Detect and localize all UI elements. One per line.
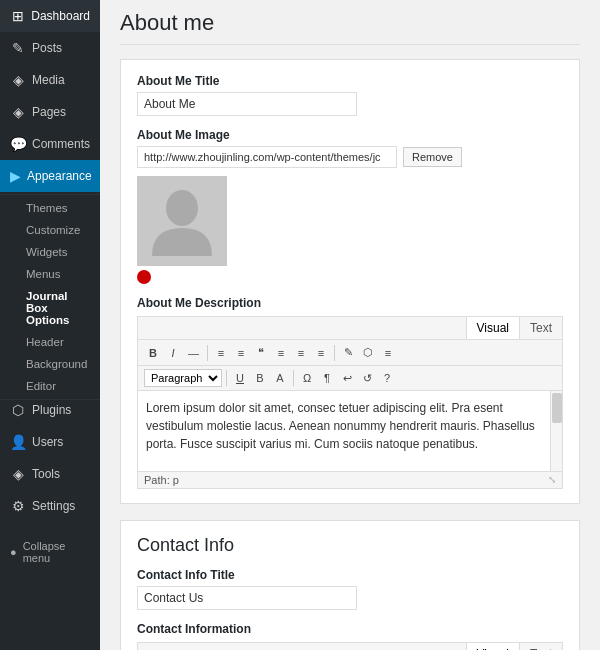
sidebar-label-posts: Posts (32, 41, 62, 55)
sidebar-label-appearance: Appearance (27, 169, 92, 183)
redo-btn[interactable]: ↺ (358, 370, 376, 387)
collapse-menu-item[interactable]: ● Collapse menu (0, 532, 100, 572)
sidebar-sub-themes[interactable]: Themes (0, 197, 100, 219)
about-content-text: Lorem ipsum dolor sit amet, consec tetue… (146, 399, 554, 453)
sidebar: ⊞ Dashboard ✎ Posts ◈ Media ◈ Pages 💬 Co… (0, 0, 100, 650)
about-image-label: About Me Image (137, 128, 563, 142)
unlink-btn[interactable]: ⬡ (359, 344, 377, 361)
bold-btn[interactable]: B (144, 345, 162, 361)
sidebar-sub-editor[interactable]: Editor (0, 375, 100, 397)
plugins-icon: ⬡ (10, 402, 26, 418)
sidebar-label-dashboard: Dashboard (31, 9, 90, 23)
tools-icon: ◈ (10, 466, 26, 482)
about-scrollbar-thumb (552, 393, 562, 423)
sidebar-sub-background[interactable]: Background (0, 353, 100, 375)
about-toolbar-row1: B I — ≡ ≡ ❝ ≡ ≡ ≡ ✎ ⬡ ≡ (138, 340, 562, 366)
sidebar-label-users: Users (32, 435, 63, 449)
avatar-silhouette (152, 186, 212, 256)
about-resize-handle[interactable]: ⤡ (548, 474, 556, 486)
media-icon: ◈ (10, 72, 26, 88)
ul-btn[interactable]: ≡ (212, 345, 230, 361)
contact-section: Contact Info Contact Info Title Contact … (120, 520, 580, 650)
contact-info-label: Contact Information (137, 622, 563, 636)
sidebar-label-settings: Settings (32, 499, 75, 513)
pages-icon: ◈ (10, 104, 26, 120)
sidebar-item-comments[interactable]: 💬 Comments (0, 128, 100, 160)
posts-icon: ✎ (10, 40, 26, 56)
main-content: About me About Me Title About Me Image R… (100, 0, 600, 650)
contact-title-input[interactable] (137, 586, 357, 610)
about-image-preview (137, 176, 227, 266)
settings-icon: ⚙ (10, 498, 26, 514)
italic-btn[interactable]: I (164, 345, 182, 361)
ol-btn[interactable]: ≡ (232, 345, 250, 361)
sidebar-item-pages[interactable]: ◈ Pages (0, 96, 100, 128)
about-editor-path: Path: p ⤡ (138, 471, 562, 488)
about-editor-content[interactable]: Lorem ipsum dolor sit amet, consec tetue… (138, 391, 562, 471)
help-btn[interactable]: ? (378, 370, 396, 386)
contact-title-label: Contact Info Title (137, 568, 563, 582)
about-title-label: About Me Title (137, 74, 563, 88)
strikethrough-btn[interactable]: — (184, 345, 203, 361)
sidebar-item-users[interactable]: 👤 Users (0, 426, 100, 458)
about-image-url-input[interactable] (137, 146, 397, 168)
link-btn[interactable]: ✎ (339, 344, 357, 361)
about-path-text: Path: p (144, 474, 179, 486)
sep1 (207, 345, 208, 361)
contact-text-tab[interactable]: Text (519, 643, 562, 650)
align-right-btn[interactable]: ≡ (312, 345, 330, 361)
about-visual-tab[interactable]: Visual (466, 317, 519, 339)
sidebar-item-dashboard[interactable]: ⊞ Dashboard (0, 0, 100, 32)
sidebar-item-tools[interactable]: ◈ Tools (0, 458, 100, 490)
sidebar-item-appearance[interactable]: ▶ Appearance (0, 160, 100, 192)
sidebar-item-plugins[interactable]: ⬡ Plugins (0, 399, 100, 426)
page-title: About me (120, 10, 580, 45)
about-toolbar-row2: Paragraph U B A Ω ¶ ↩ ↺ ? (138, 366, 562, 391)
about-desc-editor: Visual Text B I — ≡ ≡ ❝ ≡ ≡ ≡ (137, 316, 563, 489)
paragraph-btn[interactable]: ¶ (318, 370, 336, 386)
about-editor-tabs: Visual Text (138, 317, 562, 340)
dashboard-icon: ⊞ (10, 8, 25, 24)
about-title-input[interactable] (137, 92, 357, 116)
sep3 (226, 370, 227, 386)
underline-btn[interactable]: U (231, 370, 249, 386)
sidebar-item-settings[interactable]: ⚙ Settings (0, 490, 100, 522)
about-editor-scrollbar[interactable] (550, 391, 562, 471)
more-btn[interactable]: ≡ (379, 345, 397, 361)
users-icon: 👤 (10, 434, 26, 450)
blockquote-btn[interactable]: ❝ (252, 344, 270, 361)
about-desc-label: About Me Description (137, 296, 563, 310)
sidebar-label-pages: Pages (32, 105, 66, 119)
sidebar-label-media: Media (32, 73, 65, 87)
contact-section-title: Contact Info (137, 535, 563, 556)
font-color-btn[interactable]: A (271, 370, 289, 386)
about-format-select[interactable]: Paragraph (144, 369, 222, 387)
sep2 (334, 345, 335, 361)
collapse-label: Collapse menu (23, 540, 90, 564)
sidebar-label-tools: Tools (32, 467, 60, 481)
sidebar-sub-menus[interactable]: Menus (0, 263, 100, 285)
contact-visual-tab[interactable]: Visual (466, 643, 519, 650)
comments-icon: 💬 (10, 136, 26, 152)
sep4 (293, 370, 294, 386)
contact-editor-tabs: Visual Text (138, 643, 562, 650)
about-section: About Me Title About Me Image Remove Abo (120, 59, 580, 504)
sidebar-label-plugins: Plugins (32, 403, 71, 417)
about-image-remove-dot[interactable] (137, 270, 151, 284)
sidebar-sub-journal-box-options[interactable]: Journal Box Options (0, 285, 100, 331)
sidebar-sub-customize[interactable]: Customize (0, 219, 100, 241)
undo-btn[interactable]: ↩ (338, 370, 356, 387)
sidebar-label-comments: Comments (32, 137, 90, 151)
omega-btn[interactable]: Ω (298, 370, 316, 386)
align-center-btn[interactable]: ≡ (292, 345, 310, 361)
align-left-btn[interactable]: ≡ (272, 345, 290, 361)
sidebar-item-posts[interactable]: ✎ Posts (0, 32, 100, 64)
sidebar-sub-widgets[interactable]: Widgets (0, 241, 100, 263)
contact-editor: Visual Text B I — ≡ ≡ ❝ ≡ ≡ ≡ (137, 642, 563, 650)
sidebar-sub-header[interactable]: Header (0, 331, 100, 353)
sidebar-item-media[interactable]: ◈ Media (0, 64, 100, 96)
about-text-tab[interactable]: Text (519, 317, 562, 339)
about-remove-button[interactable]: Remove (403, 147, 462, 167)
color-btn[interactable]: B (251, 370, 269, 386)
svg-point-0 (166, 190, 198, 226)
